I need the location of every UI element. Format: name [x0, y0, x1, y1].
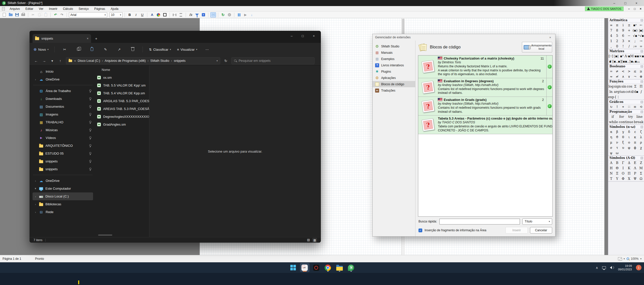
palette-button[interactable]: [620, 150, 626, 156]
taskbar-screen-recorder[interactable]: [312, 263, 321, 272]
palette-button[interactable]: ±: [626, 22, 632, 28]
doc-minimize-button[interactable]: –: [628, 7, 630, 11]
palette-button[interactable]: ⁿ√▪: [638, 33, 644, 38]
palette-button[interactable]: Χ: [626, 176, 632, 181]
collapse-icon[interactable]: [641, 101, 643, 103]
palette-button[interactable]: tan: [620, 89, 625, 94]
palette-button[interactable]: Γ: [620, 160, 626, 165]
palette-button[interactable]: [638, 150, 644, 156]
menu-item[interactable]: Arquivo: [7, 6, 23, 11]
palette-button[interactable]: cot: [625, 89, 631, 94]
palette-button[interactable]: ≠: [614, 69, 620, 74]
explorer-tab[interactable]: snippets ×: [33, 34, 91, 43]
doc-restore-button[interactable]: □: [634, 7, 636, 11]
palette-button[interactable]: ;: [632, 38, 638, 44]
menu-item[interactable]: Cálculo: [60, 6, 76, 11]
palette-button[interactable]: Α: [608, 160, 614, 165]
chevron-down-icon[interactable]: ▾: [640, 258, 641, 260]
palette-button[interactable]: [626, 94, 632, 100]
category-item[interactable]: Exemplos: [373, 56, 415, 62]
palette-button[interactable]: Ν: [608, 171, 614, 176]
palette-button[interactable]: log: [608, 84, 614, 89]
stop-button[interactable]: ×: [227, 12, 232, 17]
sidebar-item[interactable]: › OneDrive: [33, 177, 93, 185]
palette-button[interactable]: cos: [627, 84, 632, 89]
menu-item[interactable]: Ver: [36, 6, 46, 11]
quick-search-input[interactable]: [439, 219, 520, 224]
palette-button[interactable]: ν: [614, 140, 620, 145]
tab-close-icon[interactable]: ×: [87, 37, 89, 40]
palette-button[interactable]: Ζ: [638, 160, 644, 165]
palette-button[interactable]: M·▪: [630, 53, 637, 59]
palette-button[interactable]: Φ: [620, 176, 626, 181]
chevron-icon[interactable]: ›: [34, 179, 37, 182]
palette-button[interactable]: Υ: [614, 176, 620, 181]
sidebar-item[interactable]: ▾ Este Computador: [33, 185, 93, 192]
palette-button[interactable]: Τ: [608, 176, 614, 181]
palette-button[interactable]: while: [608, 119, 619, 125]
files-column-header[interactable]: Nome: [95, 67, 149, 74]
palette-button[interactable]: Σ: [632, 84, 638, 89]
sidebar-item[interactable]: Músicas: [33, 126, 93, 134]
sidebar-item[interactable]: Imagens: [33, 110, 93, 118]
palette-button[interactable]: δ: [626, 129, 632, 134]
palette-button[interactable]: ⟲: [638, 104, 644, 109]
palette-button[interactable]: ∷: [626, 104, 632, 109]
palette-button[interactable]: try: [626, 114, 635, 119]
palette-button[interactable]: ≡: [632, 104, 638, 109]
font-size-select[interactable]: 10▾: [109, 12, 123, 17]
palette-button[interactable]: sin: [621, 84, 627, 89]
palette-button[interactable]: ∞: [608, 22, 614, 28]
collapse-icon[interactable]: [641, 65, 643, 68]
recalculate-button[interactable]: ↻: [220, 12, 226, 17]
palette-button[interactable]: Κ: [626, 165, 632, 171]
extension-item[interactable]: Tabela 5.3 Areias - Parâmetros (c) coesã…: [418, 116, 552, 134]
menu-item[interactable]: Editar: [23, 6, 36, 11]
doc-close-button[interactable]: ×: [640, 7, 641, 11]
palette-button[interactable]: Λ: [632, 165, 638, 171]
palette-button[interactable]: Ω: [638, 176, 644, 181]
address-dropdown-icon[interactable]: ▾: [216, 60, 218, 62]
page-layout-icon[interactable]: [618, 257, 622, 260]
palette-button[interactable]: ▪⃗: [608, 59, 612, 64]
insert-info-checkbox[interactable]: ✓: [418, 229, 422, 232]
palette-button[interactable]: θ: [620, 134, 626, 140]
notification-badge[interactable]: 1: [636, 265, 641, 270]
chevron-down-icon[interactable]: ▾: [624, 258, 625, 260]
palette-button[interactable]: /: [626, 44, 632, 49]
palette-button[interactable]: ¬: [632, 74, 638, 79]
explorer-close-button[interactable]: ×: [308, 32, 319, 40]
new-button[interactable]: ⊕ Novo ▾: [34, 47, 48, 52]
palette-button[interactable]: υ: [620, 145, 626, 150]
category-item[interactable]: Aplicações: [373, 75, 415, 81]
menu-item[interactable]: Serviço: [76, 6, 91, 11]
up-button[interactable]: ↑: [58, 59, 63, 63]
taskbar-file-explorer[interactable]: [335, 263, 344, 272]
palette-button[interactable]: arg: [614, 89, 619, 94]
palette-button[interactable]: ι: [626, 134, 632, 140]
collapse-icon[interactable]: [641, 157, 643, 159]
palette-button[interactable]: ,: [608, 44, 614, 49]
chevron-icon[interactable]: ›: [34, 78, 37, 81]
palette-button[interactable]: ≤: [632, 69, 638, 74]
sidebar-item[interactable]: TRABALHO: [33, 118, 93, 126]
breadcrumb-segment[interactable]: SMath Studio: [150, 59, 169, 63]
search-input[interactable]: Pesquisar em snippets: [231, 57, 315, 64]
share-button[interactable]: ↗: [115, 47, 123, 51]
underline-button[interactable]: U: [139, 12, 145, 17]
palette-button[interactable]: line: [635, 114, 644, 119]
palette-button[interactable]: d/d▪: [631, 89, 638, 94]
user-account-badge[interactable]: TIAGO C DOS SANTOS: [585, 7, 624, 11]
palette-button[interactable]: Σ: [638, 171, 644, 176]
palette-button[interactable]: 1: [608, 38, 614, 44]
sidebar-item[interactable]: ESTUDO 05: [33, 150, 93, 157]
delete-button[interactable]: [129, 47, 136, 52]
category-item[interactable]: Traduções: [373, 87, 415, 94]
palette-button[interactable]: ρ: [638, 140, 644, 145]
sidebar-item[interactable]: Downloads: [33, 95, 93, 103]
tray-expand-icon[interactable]: ∧: [596, 266, 598, 270]
menu-item[interactable]: Páginas: [91, 6, 108, 11]
palette-button[interactable]: Π: [638, 84, 644, 89]
clock[interactable]: 19:09 09/01/2023: [618, 264, 632, 271]
palette-button[interactable]: 0: [614, 44, 620, 49]
